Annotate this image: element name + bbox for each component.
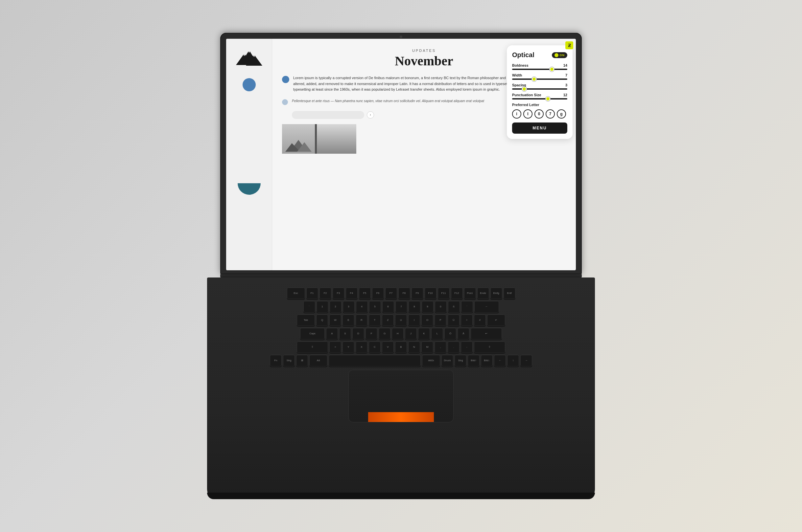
letter-opt-0[interactable]: 0 xyxy=(534,109,544,118)
key-i[interactable]: I xyxy=(408,314,420,326)
key-m[interactable]: M xyxy=(421,341,433,353)
key-druck[interactable]: Druck xyxy=(441,355,453,366)
key-f9[interactable]: F9 xyxy=(412,287,423,299)
key-h[interactable]: H xyxy=(392,328,404,340)
key-q[interactable]: Q xyxy=(316,314,328,326)
key-w[interactable]: W xyxy=(329,314,341,326)
key-enter[interactable]: ↵ xyxy=(487,314,505,326)
key-f8[interactable]: F8 xyxy=(398,287,410,299)
key-f12[interactable]: F12 xyxy=(451,287,463,299)
key-angle[interactable]: < xyxy=(329,341,341,353)
key-esc[interactable]: Esc xyxy=(287,287,305,299)
key-space[interactable] xyxy=(329,355,421,366)
key-period[interactable]: . xyxy=(448,341,459,353)
key-backspace[interactable]: ← xyxy=(474,301,499,312)
key-arrow-left[interactable]: ← xyxy=(494,355,506,366)
key-arrow-updown[interactable]: ↕ xyxy=(507,355,519,366)
key-caps[interactable]: Caps xyxy=(300,328,325,340)
search-arrow-button[interactable]: › xyxy=(367,111,374,118)
key-e[interactable]: E xyxy=(343,314,354,326)
punctuation-size-track[interactable] xyxy=(512,98,567,99)
key-0[interactable]: 0 xyxy=(435,301,447,312)
key-einfg[interactable]: Einfg xyxy=(490,287,502,299)
key-f6[interactable]: F6 xyxy=(372,287,384,299)
key-f10[interactable]: F10 xyxy=(425,287,437,299)
key-enter-2[interactable]: ↩ xyxy=(471,328,502,340)
key-plus[interactable]: + xyxy=(461,314,473,326)
key-s[interactable]: S xyxy=(339,328,351,340)
boldness-thumb[interactable] xyxy=(550,67,554,72)
key-x[interactable]: X xyxy=(356,341,367,353)
toggle-switch[interactable]: ON xyxy=(552,52,568,58)
key-backtick[interactable]: ` xyxy=(303,301,315,312)
key-n[interactable]: N xyxy=(408,341,420,353)
key-win[interactable]: ⊞ xyxy=(296,355,308,366)
key-bild-up[interactable]: Bild↑ xyxy=(468,355,479,366)
key-ss[interactable]: ß xyxy=(448,301,460,312)
letter-opt-7[interactable]: 7 xyxy=(546,109,555,118)
key-ue[interactable]: Ü xyxy=(448,314,459,326)
trackpad[interactable] xyxy=(348,370,454,422)
key-bild-down[interactable]: Bild↓ xyxy=(481,355,493,366)
width-thumb[interactable] xyxy=(532,77,536,81)
key-f3[interactable]: F3 xyxy=(333,287,344,299)
key-9[interactable]: 9 xyxy=(422,301,434,312)
key-f[interactable]: F xyxy=(365,328,377,340)
key-3[interactable]: 3 xyxy=(343,301,355,312)
key-fn[interactable]: Fn xyxy=(270,355,282,366)
spacing-track[interactable] xyxy=(512,88,567,90)
key-f7[interactable]: F7 xyxy=(385,287,397,299)
key-f1[interactable]: F1 xyxy=(306,287,318,299)
key-ende[interactable]: Ende xyxy=(477,287,489,299)
key-j[interactable]: J xyxy=(405,328,417,340)
key-pos1[interactable]: Pos1 xyxy=(464,287,476,299)
punctuation-size-thumb[interactable] xyxy=(546,97,550,101)
key-strg-r[interactable]: Strg xyxy=(455,355,467,366)
key-c[interactable]: C xyxy=(369,341,381,353)
letter-opt-i[interactable]: i xyxy=(512,109,521,118)
key-r[interactable]: R xyxy=(356,314,367,326)
key-k[interactable]: K xyxy=(418,328,430,340)
key-p[interactable]: P xyxy=(435,314,446,326)
key-f2[interactable]: F2 xyxy=(320,287,331,299)
key-6[interactable]: 6 xyxy=(382,301,394,312)
key-t[interactable]: T xyxy=(369,314,381,326)
key-v[interactable]: V xyxy=(382,341,394,353)
key-z[interactable]: Z xyxy=(382,314,394,326)
key-d[interactable]: D xyxy=(352,328,364,340)
key-tab[interactable]: Tab xyxy=(297,314,315,326)
key-1[interactable]: 1 xyxy=(316,301,328,312)
key-8[interactable]: 8 xyxy=(408,301,420,312)
key-f4[interactable]: F4 xyxy=(346,287,358,299)
key-g[interactable]: G xyxy=(379,328,390,340)
key-accent[interactable]: ´ xyxy=(461,301,473,312)
key-comma[interactable]: , xyxy=(435,341,446,353)
key-5[interactable]: 5 xyxy=(369,301,381,312)
key-entf[interactable]: Entf xyxy=(504,287,515,299)
key-o[interactable]: O xyxy=(421,314,433,326)
key-7[interactable]: 7 xyxy=(396,301,407,312)
key-shift-l[interactable]: ⇧ xyxy=(297,341,328,353)
key-strg-l[interactable]: Strg xyxy=(283,355,295,366)
key-arrow-right[interactable]: → xyxy=(520,355,532,366)
key-a[interactable]: A xyxy=(326,328,338,340)
key-altgr[interactable]: AltGr xyxy=(422,355,440,366)
letter-opt-g[interactable]: g xyxy=(557,109,566,118)
key-f5[interactable]: F5 xyxy=(359,287,371,299)
key-b[interactable]: B xyxy=(395,341,407,353)
menu-button[interactable]: MENU xyxy=(512,122,567,134)
key-f11[interactable]: F11 xyxy=(438,287,450,299)
key-l[interactable]: L xyxy=(431,328,443,340)
letter-opt-I[interactable]: I xyxy=(523,109,532,118)
spacing-thumb[interactable] xyxy=(522,87,527,91)
key-shift-r[interactable]: ⇧ xyxy=(474,341,505,353)
app-icon[interactable]: Ƶ xyxy=(565,41,573,49)
key-2[interactable]: 2 xyxy=(330,301,342,312)
search-bar[interactable] xyxy=(292,111,364,119)
key-ae[interactable]: Ä xyxy=(458,328,469,340)
key-4[interactable]: 4 xyxy=(356,301,368,312)
key-oe[interactable]: Ö xyxy=(444,328,456,340)
boldness-track[interactable] xyxy=(512,69,567,70)
width-track[interactable] xyxy=(512,78,567,80)
key-y[interactable]: Y xyxy=(343,341,354,353)
